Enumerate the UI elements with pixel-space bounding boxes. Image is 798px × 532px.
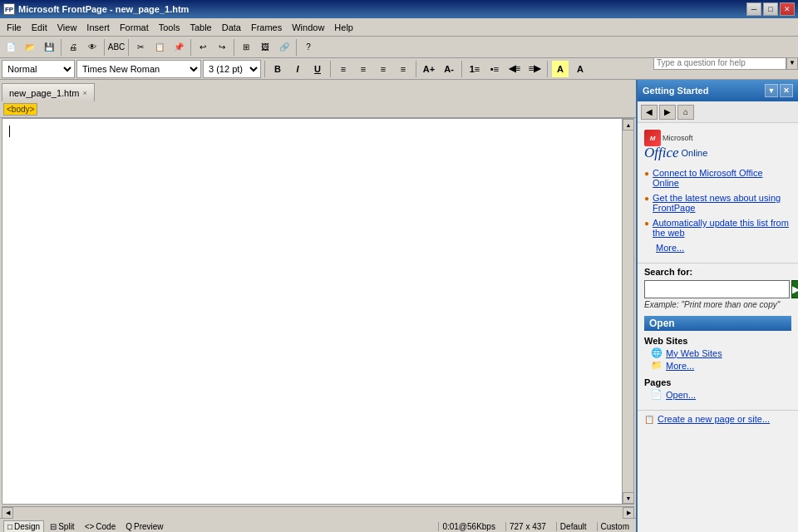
open-page-link[interactable]: 📄 Open... xyxy=(644,389,791,400)
menu-window[interactable]: Window xyxy=(287,19,329,36)
save-button[interactable]: 💾 xyxy=(40,38,58,57)
office-logo: M Microsoft Office Online xyxy=(638,123,798,165)
right-panel: Getting Started ▼ ✕ ◀ ▶ ⌂ M Microsoft xyxy=(636,80,798,532)
preview-button[interactable]: 👁 xyxy=(83,38,101,57)
font-size-increase[interactable]: A+ xyxy=(420,60,438,78)
italic-button[interactable]: I xyxy=(288,60,307,78)
editor-content[interactable]: ▲ ▼ xyxy=(2,118,634,505)
search-input[interactable] xyxy=(644,280,790,298)
menu-file[interactable]: File xyxy=(2,19,27,36)
copy-button[interactable]: 📋 xyxy=(150,38,169,57)
menu-insert[interactable]: Insert xyxy=(81,19,115,36)
underline-button[interactable]: U xyxy=(308,60,327,78)
bold-button[interactable]: B xyxy=(268,60,287,78)
insert-table-button[interactable]: ⊞ xyxy=(237,38,255,57)
panel-close-button[interactable]: ✕ xyxy=(780,84,793,97)
menu-data[interactable]: Data xyxy=(217,19,246,36)
new-button[interactable]: 📄 xyxy=(2,38,20,57)
bullet-list-button[interactable]: •≡ xyxy=(485,60,504,78)
font-select[interactable]: Times New Roman xyxy=(76,60,201,78)
more-link[interactable]: More... xyxy=(644,243,791,253)
font-color-button[interactable]: A xyxy=(571,60,589,78)
size-select[interactable]: 3 (12 pt) xyxy=(203,60,261,78)
scroll-right-button[interactable]: ▶ xyxy=(623,507,634,519)
tab-close-button[interactable]: × xyxy=(82,89,86,97)
code-view-button[interactable]: <> Code xyxy=(81,520,121,532)
redo-button[interactable]: ↪ xyxy=(213,38,231,57)
split-view-button[interactable]: ⊟ Split xyxy=(46,520,78,532)
panel-menu-button[interactable]: ▼ xyxy=(765,84,778,97)
vertical-scrollbar[interactable]: ▲ ▼ xyxy=(622,119,633,504)
print-button[interactable]: 🖨 xyxy=(64,38,82,57)
menu-tools[interactable]: Tools xyxy=(154,19,185,36)
preview-view-button[interactable]: Q Preview xyxy=(121,520,167,532)
decrease-indent-button[interactable]: ◀≡ xyxy=(505,60,524,78)
search-go-button[interactable]: ▶ xyxy=(791,280,798,298)
maximize-button[interactable]: □ xyxy=(763,2,778,16)
breadcrumb-tag: <body> xyxy=(3,103,37,116)
menu-view[interactable]: View xyxy=(52,19,82,36)
undo-button[interactable]: ↩ xyxy=(194,38,212,57)
office-label: Office xyxy=(644,145,679,161)
cursor xyxy=(9,126,10,137)
create-new-link[interactable]: 📋 Create a new page or site... xyxy=(638,410,798,427)
search-label: Search for: xyxy=(644,267,791,277)
toolbar-sep-5 xyxy=(234,39,234,56)
link-update[interactable]: ● Automatically update this list from th… xyxy=(644,218,791,238)
panel-title: Getting Started xyxy=(643,86,708,96)
paste-button[interactable]: 📌 xyxy=(170,38,188,57)
style-select[interactable]: Normal xyxy=(2,60,75,78)
menu-help[interactable]: Help xyxy=(329,19,358,36)
app-icon: FP xyxy=(3,3,15,15)
bullet-1: ● xyxy=(644,169,649,178)
edit-mode: Default xyxy=(556,522,590,531)
close-button[interactable]: ✕ xyxy=(780,2,795,16)
editor-tab[interactable]: new_page_1.htm × xyxy=(2,83,95,101)
horizontal-scrollbar[interactable]: ◀ ▶ xyxy=(2,506,634,518)
nav-forward-button[interactable]: ▶ xyxy=(659,105,676,120)
menu-format[interactable]: Format xyxy=(115,19,154,36)
minimize-button[interactable]: ─ xyxy=(746,2,761,16)
search-example: Example: "Print more than one copy" xyxy=(644,300,791,309)
toolbar-sep-1 xyxy=(61,39,62,56)
hyperlink-button[interactable]: 🔗 xyxy=(275,38,293,57)
window-title: Microsoft FrontPage - new_page_1.htm xyxy=(18,4,189,14)
fmt-sep-5 xyxy=(547,61,548,77)
justify-button[interactable]: ≡ xyxy=(394,60,412,78)
highlight-button[interactable]: A xyxy=(551,60,569,78)
scroll-left-button[interactable]: ◀ xyxy=(2,507,13,519)
scroll-track[interactable] xyxy=(623,131,633,492)
websites-more-link[interactable]: 📁 More... xyxy=(644,360,791,371)
numbered-list-button[interactable]: 1≡ xyxy=(466,60,484,78)
search-row: ▶ xyxy=(644,280,791,298)
search-section: Search for: ▶ Example: "Print more than … xyxy=(638,263,798,313)
custom-mode: Custom xyxy=(597,522,633,531)
align-left-button[interactable]: ≡ xyxy=(334,60,352,78)
spell-button[interactable]: ABC xyxy=(107,38,126,57)
menu-table[interactable]: Table xyxy=(185,19,216,36)
help-button[interactable]: ? xyxy=(299,38,318,57)
bullet-2: ● xyxy=(644,194,649,203)
increase-indent-button[interactable]: ≡▶ xyxy=(525,60,544,78)
nav-home-button[interactable]: ⌂ xyxy=(677,105,694,120)
menu-edit[interactable]: Edit xyxy=(27,19,52,36)
link-news[interactable]: ● Get the latest news about using FrontP… xyxy=(644,193,791,213)
cut-button[interactable]: ✂ xyxy=(131,38,150,57)
font-size-decrease[interactable]: A- xyxy=(440,60,458,78)
insert-picture-button[interactable]: 🖼 xyxy=(256,38,274,57)
view-buttons: □ Design ⊟ Split <> Code Q Preview xyxy=(3,520,168,532)
design-view-button[interactable]: □ Design xyxy=(3,520,44,532)
scroll-down-button[interactable]: ▼ xyxy=(623,492,634,504)
nav-back-button[interactable]: ◀ xyxy=(641,105,658,120)
h-scroll-track[interactable] xyxy=(13,507,623,519)
fmt-sep-3 xyxy=(416,61,416,77)
link-connect[interactable]: ● Connect to Microsoft Office Online xyxy=(644,168,791,188)
toolbar-sep-4 xyxy=(190,39,191,56)
my-websites-link[interactable]: 🌐 My Web Sites xyxy=(644,347,791,358)
scroll-up-button[interactable]: ▲ xyxy=(623,119,634,131)
align-right-button[interactable]: ≡ xyxy=(374,60,392,78)
open-button[interactable]: 📂 xyxy=(21,38,39,57)
menu-frames[interactable]: Frames xyxy=(246,19,287,36)
align-center-button[interactable]: ≡ xyxy=(354,60,372,78)
fmt-sep-4 xyxy=(461,61,462,77)
